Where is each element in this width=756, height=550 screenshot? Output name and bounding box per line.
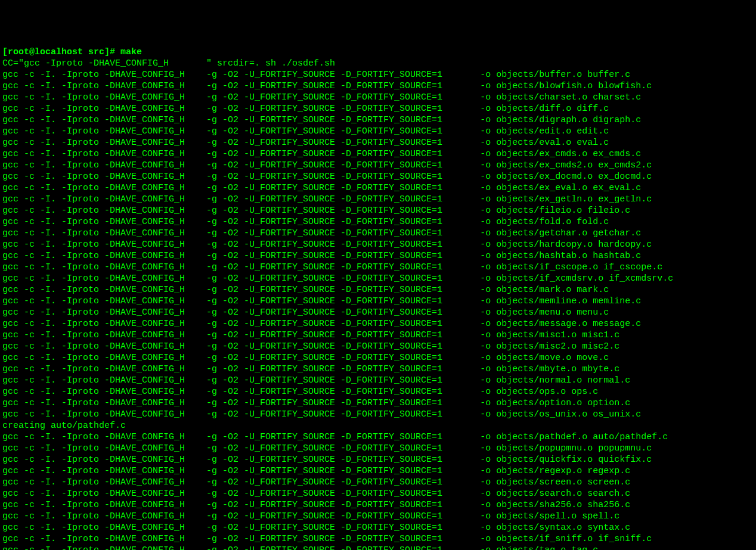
terminal-line: gcc -c -I. -Iproto -DHAVE_CONFIG_H -g -O… xyxy=(2,533,754,545)
terminal-line: gcc -c -I. -Iproto -DHAVE_CONFIG_H -g -O… xyxy=(2,341,754,352)
terminal-line: gcc -c -I. -Iproto -DHAVE_CONFIG_H -g -O… xyxy=(2,148,754,160)
terminal-line: gcc -c -I. -Iproto -DHAVE_CONFIG_H -g -O… xyxy=(2,397,754,409)
terminal-line: gcc -c -I. -Iproto -DHAVE_CONFIG_H -g -O… xyxy=(2,454,754,465)
terminal-line: gcc -c -I. -Iproto -DHAVE_CONFIG_H -g -O… xyxy=(2,194,754,205)
terminal-line: gcc -c -I. -Iproto -DHAVE_CONFIG_H -g -O… xyxy=(2,137,754,148)
terminal-line: gcc -c -I. -Iproto -DHAVE_CONFIG_H -g -O… xyxy=(2,545,754,550)
terminal-line: gcc -c -I. -Iproto -DHAVE_CONFIG_H -g -O… xyxy=(2,262,754,273)
terminal-line: gcc -c -I. -Iproto -DHAVE_CONFIG_H -g -O… xyxy=(2,352,754,363)
terminal-line: gcc -c -I. -Iproto -DHAVE_CONFIG_H -g -O… xyxy=(2,465,754,477)
terminal-line: gcc -c -I. -Iproto -DHAVE_CONFIG_H -g -O… xyxy=(2,375,754,386)
terminal-line: gcc -c -I. -Iproto -DHAVE_CONFIG_H -g -O… xyxy=(2,250,754,262)
terminal-line: gcc -c -I. -Iproto -DHAVE_CONFIG_H -g -O… xyxy=(2,284,754,296)
terminal-line: gcc -c -I. -Iproto -DHAVE_CONFIG_H -g -O… xyxy=(2,80,754,92)
terminal-line: gcc -c -I. -Iproto -DHAVE_CONFIG_H -g -O… xyxy=(2,182,754,194)
terminal-line: gcc -c -I. -Iproto -DHAVE_CONFIG_H -g -O… xyxy=(2,171,754,182)
terminal-line: gcc -c -I. -Iproto -DHAVE_CONFIG_H -g -O… xyxy=(2,228,754,239)
terminal-line: gcc -c -I. -Iproto -DHAVE_CONFIG_H -g -O… xyxy=(2,443,754,454)
terminal-line: gcc -c -I. -Iproto -DHAVE_CONFIG_H -g -O… xyxy=(2,488,754,499)
terminal-line: gcc -c -I. -Iproto -DHAVE_CONFIG_H -g -O… xyxy=(2,330,754,341)
terminal-line: gcc -c -I. -Iproto -DHAVE_CONFIG_H -g -O… xyxy=(2,205,754,216)
terminal-line: gcc -c -I. -Iproto -DHAVE_CONFIG_H -g -O… xyxy=(2,114,754,126)
terminal-line: gcc -c -I. -Iproto -DHAVE_CONFIG_H -g -O… xyxy=(2,307,754,318)
terminal-line: gcc -c -I. -Iproto -DHAVE_CONFIG_H -g -O… xyxy=(2,160,754,171)
terminal-line: CC="gcc -Iproto -DHAVE_CONFIG_H " srcdir… xyxy=(2,58,754,69)
terminal-line: gcc -c -I. -Iproto -DHAVE_CONFIG_H -g -O… xyxy=(2,386,754,397)
terminal-line: [root@localhost src]# make xyxy=(2,46,754,58)
terminal-line: gcc -c -I. -Iproto -DHAVE_CONFIG_H -g -O… xyxy=(2,511,754,522)
terminal-output[interactable]: [root@localhost src]# makeCC="gcc -Iprot… xyxy=(2,46,754,550)
terminal-line: gcc -c -I. -Iproto -DHAVE_CONFIG_H -g -O… xyxy=(2,273,754,284)
terminal-line: gcc -c -I. -Iproto -DHAVE_CONFIG_H -g -O… xyxy=(2,92,754,103)
terminal-line: gcc -c -I. -Iproto -DHAVE_CONFIG_H -g -O… xyxy=(2,431,754,443)
terminal-line: gcc -c -I. -Iproto -DHAVE_CONFIG_H -g -O… xyxy=(2,103,754,114)
terminal-line: creating auto/pathdef.c xyxy=(2,420,754,431)
terminal-line: gcc -c -I. -Iproto -DHAVE_CONFIG_H -g -O… xyxy=(2,126,754,137)
terminal-line: gcc -c -I. -Iproto -DHAVE_CONFIG_H -g -O… xyxy=(2,409,754,420)
terminal-line: gcc -c -I. -Iproto -DHAVE_CONFIG_H -g -O… xyxy=(2,522,754,533)
terminal-line: gcc -c -I. -Iproto -DHAVE_CONFIG_H -g -O… xyxy=(2,477,754,488)
terminal-line: gcc -c -I. -Iproto -DHAVE_CONFIG_H -g -O… xyxy=(2,239,754,250)
terminal-line: gcc -c -I. -Iproto -DHAVE_CONFIG_H -g -O… xyxy=(2,363,754,375)
terminal-line: gcc -c -I. -Iproto -DHAVE_CONFIG_H -g -O… xyxy=(2,499,754,511)
terminal-line: gcc -c -I. -Iproto -DHAVE_CONFIG_H -g -O… xyxy=(2,216,754,228)
terminal-line: gcc -c -I. -Iproto -DHAVE_CONFIG_H -g -O… xyxy=(2,296,754,307)
terminal-line: gcc -c -I. -Iproto -DHAVE_CONFIG_H -g -O… xyxy=(2,69,754,80)
terminal-line: gcc -c -I. -Iproto -DHAVE_CONFIG_H -g -O… xyxy=(2,318,754,330)
